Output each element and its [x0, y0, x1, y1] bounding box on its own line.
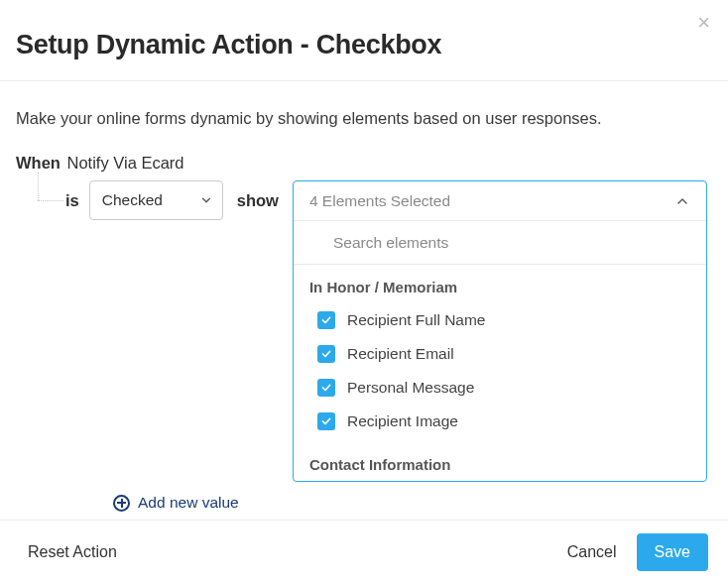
checkbox-checked-icon[interactable] — [317, 345, 335, 363]
modal-header: Setup Dynamic Action - Checkbox — [0, 0, 728, 81]
plus-circle-icon — [113, 495, 130, 512]
tree-connector-icon — [16, 180, 65, 220]
modal-footer: Reset Action Cancel Save — [0, 520, 728, 583]
option-group-label: In Honor / Memoriam — [294, 265, 706, 303]
option-recipient-image[interactable]: Recipient Image — [294, 405, 706, 438]
multiselect-search[interactable] — [294, 221, 706, 265]
cancel-button[interactable]: Cancel — [567, 543, 617, 561]
page-title: Setup Dynamic Action - Checkbox — [16, 30, 712, 60]
search-input[interactable] — [333, 234, 690, 252]
chevron-up-icon — [674, 193, 690, 209]
save-button[interactable]: Save — [637, 533, 708, 571]
checkbox-checked-icon[interactable] — [317, 412, 335, 430]
reset-action-button[interactable]: Reset Action — [28, 543, 117, 561]
state-select[interactable]: Checked — [89, 180, 223, 220]
close-icon[interactable]: × — [697, 12, 710, 34]
multiselect-header[interactable]: 4 Elements Selected — [294, 181, 706, 221]
when-label: When — [16, 154, 61, 172]
option-personal-message[interactable]: Personal Message — [294, 371, 706, 405]
add-new-value-button[interactable]: Add new value — [113, 494, 712, 512]
option-label: Personal Message — [347, 379, 474, 397]
option-recipient-email[interactable]: Recipient Email — [294, 337, 706, 371]
option-recipient-full-name[interactable]: Recipient Full Name — [294, 303, 706, 337]
rule-row: is Checked show 4 Elements Selected In H… — [16, 180, 712, 482]
option-label: Recipient Full Name — [347, 311, 486, 329]
multiselect-list[interactable]: In Honor / Memoriam Recipient Full Name … — [294, 265, 706, 481]
elements-multiselect[interactable]: 4 Elements Selected In Honor / Memoriam … — [293, 180, 707, 482]
state-select-value[interactable]: Checked — [89, 180, 223, 220]
add-new-label: Add new value — [138, 494, 239, 512]
is-label: is — [65, 180, 79, 220]
option-group-label: Contact Information — [294, 438, 706, 481]
when-value: Notify Via Ecard — [67, 154, 184, 172]
show-label: show — [237, 180, 279, 220]
option-label: Recipient Image — [347, 412, 458, 430]
when-clause: When Notify Via Ecard — [16, 154, 712, 173]
checkbox-checked-icon[interactable] — [317, 311, 335, 329]
checkbox-checked-icon[interactable] — [317, 379, 335, 397]
modal-body: Make your online forms dynamic by showin… — [0, 81, 728, 512]
multiselect-summary: 4 Elements Selected — [309, 192, 450, 210]
option-label: Recipient Email — [347, 345, 454, 363]
description-text: Make your online forms dynamic by showin… — [16, 109, 712, 128]
